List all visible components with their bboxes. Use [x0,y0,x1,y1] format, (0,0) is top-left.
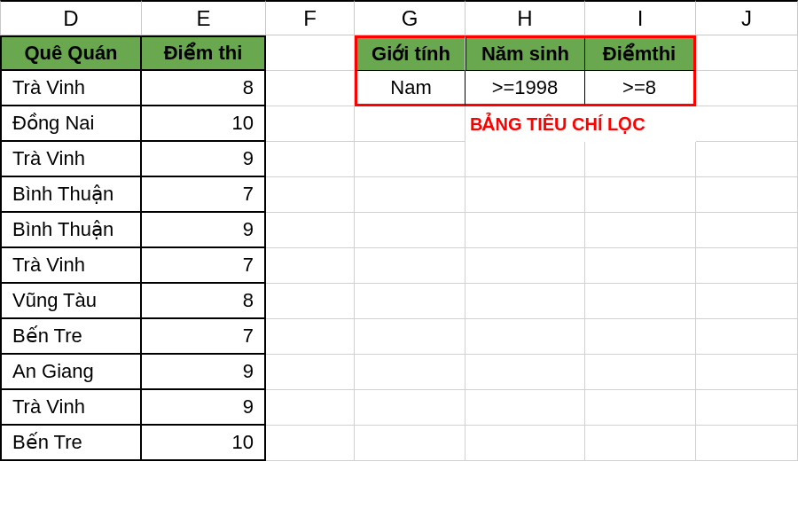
cell-I7[interactable] [585,248,696,284]
cell-E10[interactable]: 9 [142,355,266,390]
col-header-D[interactable]: D [0,0,142,35]
cell-J1[interactable] [696,35,798,71]
cell-G6[interactable] [355,213,466,248]
cell-J12[interactable] [696,426,798,461]
cell-G12[interactable] [355,426,466,461]
criteria-header-nam-sinh[interactable]: Năm sinh [466,35,585,71]
cell-E6[interactable]: 9 [142,213,266,248]
cell-J3[interactable] [696,106,798,142]
criteria-header-diem-thi[interactable]: Điểmthi [585,35,696,71]
cell-F10[interactable] [266,355,355,390]
cell-D2[interactable]: Trà Vinh [0,71,142,106]
cell-F3[interactable] [266,106,355,142]
cell-J5[interactable] [696,177,798,213]
cell-F6[interactable] [266,213,355,248]
cell-G9[interactable] [355,319,466,355]
cell-D5[interactable]: Bình Thuận [0,177,142,213]
cell-D10[interactable]: An Giang [0,355,142,390]
col-header-F[interactable]: F [266,0,355,35]
cell-G10[interactable] [355,355,466,390]
cell-I4[interactable] [585,142,696,177]
col-header-J[interactable]: J [696,0,798,35]
cell-I8[interactable] [585,284,696,319]
cell-D3[interactable]: Đồng Nai [0,106,142,142]
cell-I5[interactable] [585,177,696,213]
cell-D6[interactable]: Bình Thuận [0,213,142,248]
cell-J11[interactable] [696,390,798,426]
cell-E12[interactable]: 10 [142,426,266,461]
cell-E8[interactable]: 8 [142,284,266,319]
cell-I11[interactable] [585,390,696,426]
cell-J9[interactable] [696,319,798,355]
cell-H11[interactable] [466,390,585,426]
cell-G8[interactable] [355,284,466,319]
cell-J2[interactable] [696,71,798,106]
criteria-header-gioi-tinh[interactable]: Giới tính [355,35,466,71]
cell-F11[interactable] [266,390,355,426]
col-header-G[interactable]: G [355,0,466,35]
col-header-E[interactable]: E [142,0,266,35]
cell-D8[interactable]: Vũng Tàu [0,284,142,319]
cell-H9[interactable] [466,319,585,355]
header-diem-thi[interactable]: Điểm thi [142,35,266,71]
cell-F12[interactable] [266,426,355,461]
cell-H5[interactable] [466,177,585,213]
cell-F4[interactable] [266,142,355,177]
cell-D4[interactable]: Trà Vinh [0,142,142,177]
cell-D12[interactable]: Bến Tre [0,426,142,461]
cell-F5[interactable] [266,177,355,213]
cell-H12[interactable] [466,426,585,461]
cell-G11[interactable] [355,390,466,426]
cell-D7[interactable]: Trà Vinh [0,248,142,284]
cell-J10[interactable] [696,355,798,390]
cell-G7[interactable] [355,248,466,284]
col-header-H[interactable]: H [466,0,585,35]
cell-J7[interactable] [696,248,798,284]
col-header-I[interactable]: I [585,0,696,35]
cell-I6[interactable] [585,213,696,248]
cell-E11[interactable]: 9 [142,390,266,426]
cell-G3[interactable] [355,106,466,142]
cell-I10[interactable] [585,355,696,390]
cell-H8[interactable] [466,284,585,319]
cell-H7[interactable] [466,248,585,284]
cell-E3[interactable]: 10 [142,106,266,142]
cell-E2[interactable]: 8 [142,71,266,106]
cell-F9[interactable] [266,319,355,355]
cell-G4[interactable] [355,142,466,177]
cell-G5[interactable] [355,177,466,213]
cell-D11[interactable]: Trà Vinh [0,390,142,426]
criteria-value-nam-sinh[interactable]: >=1998 [466,71,585,106]
cell-H10[interactable] [466,355,585,390]
cell-D9[interactable]: Bến Tre [0,319,142,355]
cell-I9[interactable] [585,319,696,355]
cell-F8[interactable] [266,284,355,319]
cell-E9[interactable]: 7 [142,319,266,355]
cell-J4[interactable] [696,142,798,177]
criteria-value-diem-thi[interactable]: >=8 [585,71,696,106]
cell-E7[interactable]: 7 [142,248,266,284]
cell-F7[interactable] [266,248,355,284]
cell-J8[interactable] [696,284,798,319]
cell-E4[interactable]: 9 [142,142,266,177]
criteria-caption: BẢNG TIÊU CHÍ LỌC [466,106,696,142]
criteria-value-gioi-tinh[interactable]: Nam [355,71,466,106]
cell-F1[interactable] [266,35,355,71]
cell-E5[interactable]: 7 [142,177,266,213]
cell-F2[interactable] [266,71,355,106]
cell-J6[interactable] [696,213,798,248]
cell-I12[interactable] [585,426,696,461]
cell-H4[interactable] [466,142,585,177]
header-que-quan[interactable]: Quê Quán [0,35,142,71]
cell-H6[interactable] [466,213,585,248]
spreadsheet: D E F G H I J Quê Quán Điểm thi Giới tín… [0,0,798,461]
